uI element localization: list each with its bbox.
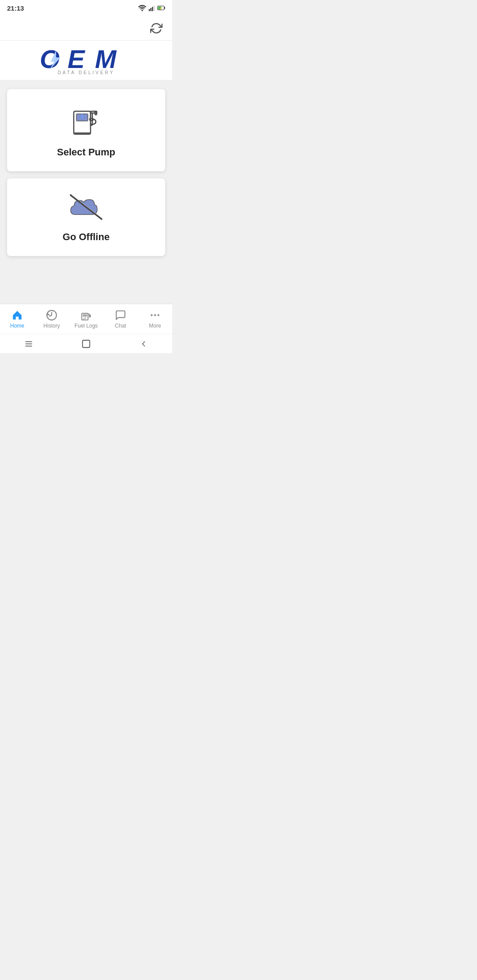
back-icon — [139, 339, 148, 348]
status-bar: 21:13 ⚡ — [0, 0, 172, 16]
fuel-logs-icon — [80, 309, 92, 321]
svg-rect-3 — [152, 7, 153, 11]
svg-point-30 — [157, 314, 159, 316]
bottom-nav: Home History Fuel Logs — [0, 304, 172, 334]
refresh-button[interactable] — [148, 19, 165, 37]
home-icon — [11, 309, 23, 321]
svg-rect-34 — [83, 340, 90, 347]
svg-rect-1 — [149, 9, 150, 11]
main-content: Select Pump Go Offline — [0, 80, 172, 304]
logo-area: O E M DATA DELIVERY — [0, 41, 172, 80]
svg-text:E: E — [68, 45, 86, 73]
refresh-icon — [150, 22, 163, 34]
nav-label-fuel-logs: Fuel Logs — [75, 323, 98, 329]
android-recents-button[interactable] — [15, 337, 42, 351]
logo-container: O E M DATA DELIVERY — [38, 45, 135, 76]
nav-item-home[interactable]: Home — [0, 306, 34, 332]
svg-point-0 — [141, 10, 143, 11]
nav-label-chat: Chat — [115, 323, 126, 329]
cloud-offline-icon — [66, 192, 106, 222]
oem-logo: O E M DATA DELIVERY — [38, 45, 135, 76]
fuel-pump-icon — [70, 102, 102, 138]
svg-text:DATA DELIVERY: DATA DELIVERY — [58, 70, 115, 75]
more-icon — [149, 309, 161, 321]
signal-icon — [148, 4, 155, 11]
nav-item-more[interactable]: More — [138, 306, 172, 332]
select-pump-card[interactable]: Select Pump — [7, 89, 165, 171]
svg-text:⚡: ⚡ — [159, 7, 163, 10]
status-icons: ⚡ — [138, 4, 165, 11]
nav-label-more: More — [149, 323, 161, 329]
android-back-button[interactable] — [130, 337, 157, 351]
chat-icon — [115, 309, 126, 321]
status-time: 21:13 — [7, 4, 24, 12]
nav-item-history[interactable]: History — [34, 306, 69, 332]
nav-item-chat[interactable]: Chat — [103, 306, 138, 332]
nav-label-history: History — [43, 323, 60, 329]
select-pump-label: Select Pump — [57, 147, 115, 158]
recents-icon — [24, 339, 33, 348]
svg-text:M: M — [95, 45, 117, 73]
nav-item-fuel-logs[interactable]: Fuel Logs — [69, 306, 103, 332]
svg-point-28 — [151, 314, 152, 316]
go-offline-label: Go Offline — [63, 231, 110, 243]
android-home-icon — [81, 339, 91, 349]
history-icon — [46, 309, 57, 321]
go-offline-card[interactable]: Go Offline — [7, 178, 165, 256]
svg-rect-4 — [154, 6, 155, 11]
svg-rect-2 — [150, 8, 151, 11]
android-nav-bar — [0, 334, 172, 353]
android-home-button[interactable] — [73, 337, 99, 351]
svg-point-29 — [154, 314, 156, 316]
svg-rect-17 — [74, 132, 91, 134]
svg-point-27 — [83, 318, 84, 319]
wifi-icon — [138, 4, 147, 11]
svg-rect-6 — [164, 7, 165, 9]
header — [0, 16, 172, 41]
svg-rect-26 — [83, 314, 87, 316]
battery-icon: ⚡ — [157, 4, 165, 11]
nav-label-home: Home — [10, 323, 24, 329]
